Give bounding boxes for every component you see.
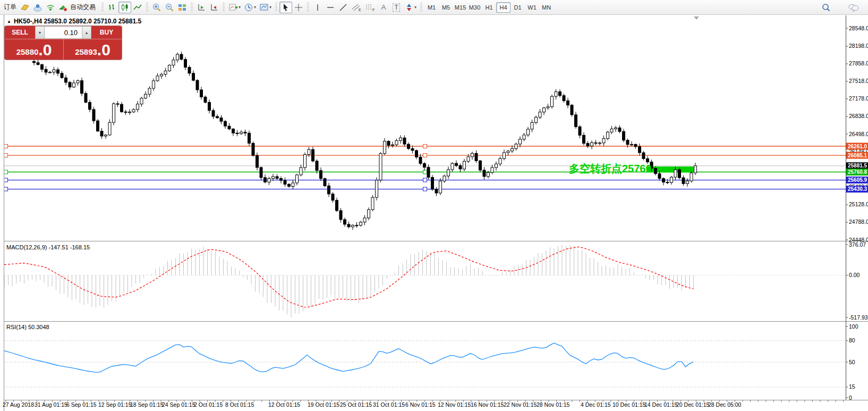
timeframe-button-h1[interactable]: H1: [482, 2, 496, 13]
candle-body: [666, 182, 669, 183]
zoom-out-icon: [165, 3, 174, 12]
chart-canvas[interactable]: 28548.028198.027858.027518.027178.026838…: [0, 15, 868, 411]
new-order-icon-button[interactable]: [19, 2, 31, 13]
candle-body: [160, 74, 163, 76]
time-axis-label: 2 Oct 01:15: [194, 401, 223, 408]
price-pane-surface[interactable]: [4, 15, 846, 241]
horizontal-line-tool[interactable]: [324, 2, 337, 13]
cursor-tool-button[interactable]: [279, 2, 292, 13]
templates-menu-button[interactable]: ▾: [258, 2, 273, 13]
toolbar-grip: [191, 3, 193, 12]
line-handle[interactable]: [4, 154, 8, 157]
candle-body: [168, 65, 171, 71]
vertical-line-tool[interactable]: [311, 2, 324, 13]
time-axis[interactable]: 27 Aug 201831 Aug 01:156 Sep 01:1512 Sep…: [0, 401, 868, 411]
indicators-icon: [228, 3, 238, 12]
line-handle[interactable]: [423, 178, 427, 182]
volume-input[interactable]: 0.10: [45, 26, 82, 39]
arrows-tool[interactable]: ▾: [403, 2, 418, 13]
price-level-badge-label: 25430.3: [848, 186, 867, 192]
candle-body: [511, 149, 514, 151]
sell-button[interactable]: SELL: [5, 26, 35, 39]
time-axis-label: 31 Aug 01:15: [35, 401, 67, 408]
zoom-in-button[interactable]: [150, 2, 163, 13]
candle-body: [89, 102, 91, 109]
candle-body: [355, 225, 358, 226]
candle-body: [188, 68, 191, 73]
volume-decrease-button[interactable]: ▼: [35, 26, 45, 39]
text-label-tool[interactable]: T: [390, 2, 403, 13]
chart-shift-button[interactable]: [208, 2, 220, 13]
rsi-tick-label: 15: [849, 383, 855, 390]
price-tick-label: 28548.0: [849, 25, 868, 31]
candle-body: [137, 104, 139, 110]
macd-pane-surface[interactable]: [4, 242, 846, 320]
candle-body: [591, 142, 593, 146]
line-handle[interactable]: [423, 187, 427, 191]
candle-body: [180, 54, 183, 60]
search-icon: [821, 3, 831, 12]
time-axis-label: 12 Oct 01:15: [268, 401, 300, 408]
line-chart-button[interactable]: [131, 2, 144, 13]
fibonacci-tool[interactable]: F: [363, 2, 377, 13]
buy-price-button[interactable]: 25893.0: [63, 39, 122, 60]
bar-chart-button[interactable]: [106, 2, 118, 13]
community-button[interactable]: [31, 2, 44, 13]
timeframe-button-h4[interactable]: H4: [496, 2, 510, 13]
timeframe-button-mn[interactable]: MN: [539, 2, 554, 13]
candle-body: [176, 54, 179, 60]
candle-body: [571, 105, 573, 115]
candle-body: [607, 132, 609, 138]
candle-body: [276, 177, 278, 179]
candle-body: [216, 116, 219, 118]
search-button[interactable]: [820, 2, 832, 13]
line-handle[interactable]: [423, 170, 427, 174]
line-handle[interactable]: [423, 145, 427, 148]
time-axis-label: 10 Dec 01:15: [612, 401, 645, 408]
crosshair-tool-button[interactable]: [292, 2, 305, 13]
candle-body: [37, 63, 39, 65]
candle-body: [124, 112, 127, 112]
candlestick-chart-button[interactable]: [118, 2, 131, 13]
pivot-annotation-text[interactable]: 多空转折点25760: [569, 162, 652, 176]
tile-windows-button[interactable]: [176, 2, 189, 13]
trendline-tool[interactable]: [337, 2, 350, 13]
indicators-menu-button[interactable]: ▾: [227, 2, 242, 13]
timeframe-button-m30[interactable]: M30: [467, 2, 482, 13]
line-handle[interactable]: [4, 187, 8, 191]
candle-body: [371, 197, 374, 209]
new-order-button[interactable]: 订单: [2, 3, 19, 12]
timeframe-button-m5[interactable]: M5: [439, 2, 453, 13]
text-tool[interactable]: A: [377, 2, 390, 13]
chat-button[interactable]: [846, 2, 861, 13]
equidistant-channel-tool[interactable]: E: [350, 2, 363, 13]
timeframe-button-d1[interactable]: D1: [510, 2, 525, 13]
chart-expand-icon[interactable]: ▲: [7, 19, 11, 24]
candle-body: [610, 129, 613, 132]
timeframe-button-w1[interactable]: W1: [525, 2, 539, 13]
auto-scroll-button[interactable]: [195, 2, 208, 13]
candle-body: [594, 142, 597, 143]
buy-button[interactable]: BUY: [91, 26, 122, 39]
price-tick-label: 26838.0: [849, 113, 868, 119]
line-handle[interactable]: [423, 154, 427, 157]
algo-trading-toggle[interactable]: 自动交易: [57, 2, 99, 13]
news-button[interactable]: [44, 2, 57, 13]
line-chart-icon: [133, 3, 142, 12]
volume-increase-button[interactable]: ▲: [82, 26, 91, 39]
line-handle[interactable]: [4, 170, 8, 174]
zoom-out-button[interactable]: [163, 2, 176, 13]
timeframe-button-m15[interactable]: M15: [453, 2, 467, 13]
time-axis-label: 20 Dec 01:15: [676, 401, 709, 408]
line-handle[interactable]: [4, 178, 8, 182]
candle-body: [236, 133, 239, 133]
candle-body: [555, 92, 557, 97]
sell-price-button[interactable]: 25880.0: [5, 39, 63, 60]
buy-price-fraction: .0: [97, 42, 110, 58]
candle-body: [626, 140, 629, 145]
line-handle[interactable]: [4, 145, 8, 148]
candle-body: [395, 140, 398, 145]
timeframe-button-m1[interactable]: M1: [424, 2, 439, 13]
candle-body: [320, 171, 322, 179]
periods-menu-button[interactable]: ▾: [242, 2, 258, 13]
